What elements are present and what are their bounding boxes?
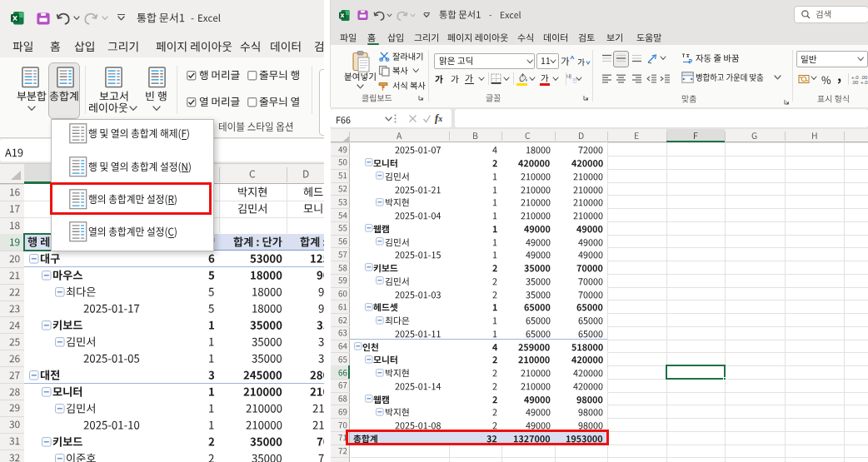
svg-text:.00: .00 bbox=[851, 80, 859, 85]
svg-text:+.0: +.0 bbox=[861, 80, 868, 85]
